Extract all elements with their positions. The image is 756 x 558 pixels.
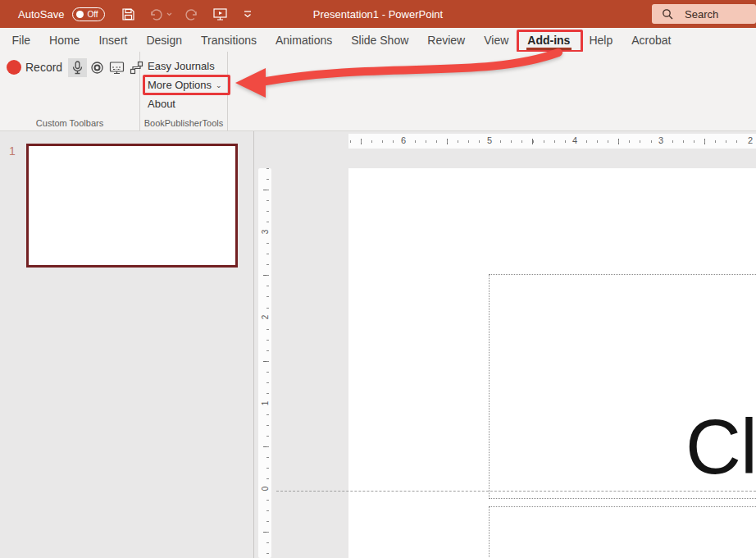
window-title: Presentation1 - PowerPoint [0, 8, 756, 21]
tab-design[interactable]: Design [137, 28, 192, 52]
group-bookpublishertools: Easy Journals More Options ⌄ About BookP… [140, 52, 228, 131]
tab-transitions[interactable]: Transitions [192, 28, 266, 52]
horizontal-ruler: 6 5 4 3 2 [348, 134, 756, 149]
group-label-bookpublishertools: BookPublisherTools [140, 118, 227, 128]
group-label-custom-toolbars: Custom Toolbars [0, 118, 139, 128]
slide-1-thumbnail[interactable] [26, 144, 238, 268]
quick-access-toolbar [120, 6, 256, 22]
slide-canvas[interactable]: Cli [348, 168, 756, 558]
redo-icon [184, 6, 200, 22]
undo-icon [148, 6, 164, 22]
microphone-icon[interactable] [68, 58, 87, 77]
horizontal-guide[interactable] [276, 491, 756, 492]
undo-chevron-icon [166, 6, 172, 22]
powerpoint-window: AutoSave Off [0, 0, 756, 558]
titlebar: AutoSave Off [0, 0, 756, 28]
tab-slide-show[interactable]: Slide Show [342, 28, 418, 52]
present-icon[interactable] [212, 6, 228, 22]
tab-home[interactable]: Home [40, 28, 89, 52]
slide-number: 1 [9, 144, 16, 158]
autosave-state: Off [87, 10, 98, 19]
workspace: 1 3 2 1 0 6 5 4 3 2 Cli [0, 131, 756, 558]
vertical-ruler: 3 2 1 0 [258, 168, 271, 558]
tab-help[interactable]: Help [580, 28, 622, 52]
qat-chevron-icon[interactable] [239, 6, 256, 22]
v-ruler-number: 0 [261, 484, 270, 494]
autosave-toggle[interactable]: Off [72, 7, 105, 21]
captions-screen-icon[interactable] [107, 58, 126, 77]
h-ruler-number: 4 [569, 135, 581, 145]
h-ruler-number: 6 [398, 135, 409, 145]
h-ruler-number: 2 [745, 135, 756, 145]
record-dot-icon[interactable] [7, 60, 21, 75]
more-options-button[interactable]: More Options ⌄ [148, 77, 222, 93]
chevron-down-icon: ⌄ [216, 81, 222, 89]
subtitle-placeholder[interactable] [489, 506, 756, 558]
record-button[interactable]: Record [25, 61, 62, 74]
tab-animations[interactable]: Animations [266, 28, 341, 52]
easy-journals-button[interactable]: Easy Journals [148, 58, 215, 74]
ribbon: Record [0, 52, 756, 131]
h-ruler-number: 5 [484, 135, 495, 145]
v-ruler-number: 3 [261, 227, 270, 237]
tab-review[interactable]: Review [418, 28, 475, 52]
h-ruler-number: 3 [655, 135, 667, 145]
group-custom-toolbars: Record [0, 52, 140, 131]
v-ruler-number: 1 [261, 399, 270, 409]
toggle-dot-icon [76, 11, 84, 18]
title-placeholder[interactable]: Cli [489, 274, 756, 499]
tab-view[interactable]: View [475, 28, 518, 52]
ribbon-tab-row: File Home Insert Design Transitions Anim… [0, 28, 756, 52]
tab-acrobat[interactable]: Acrobat [622, 28, 681, 52]
v-ruler-number: 2 [261, 313, 270, 322]
about-button[interactable]: About [148, 96, 175, 112]
tab-insert[interactable]: Insert [89, 28, 137, 52]
save-icon[interactable] [120, 6, 136, 22]
search-icon [662, 8, 673, 20]
search-box[interactable]: Search [652, 4, 756, 24]
tab-file[interactable]: File [2, 28, 40, 52]
search-label: Search [685, 8, 718, 21]
autosave-label: AutoSave [18, 8, 64, 21]
slide-thumbnail-panel: 1 [0, 131, 254, 558]
target-icon[interactable] [88, 58, 107, 77]
active-tab-underline [526, 48, 572, 50]
title-placeholder-text: Cli [685, 406, 756, 488]
tab-add-ins[interactable]: Add-ins [518, 28, 580, 52]
